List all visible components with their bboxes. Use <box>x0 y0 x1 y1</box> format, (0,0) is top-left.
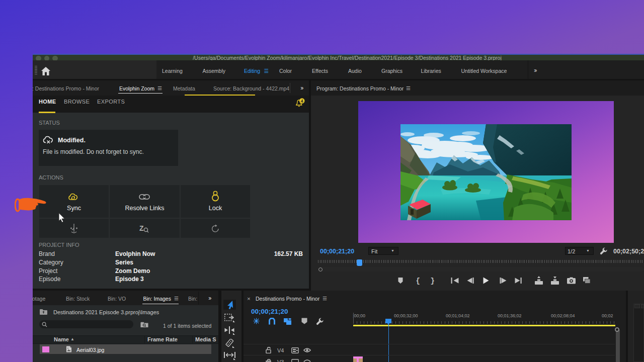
svg-text:{: { <box>416 277 420 285</box>
svg-text:Z: Z <box>139 224 144 232</box>
svg-text:4: 4 <box>301 99 303 104</box>
svg-text:}: } <box>431 277 435 285</box>
